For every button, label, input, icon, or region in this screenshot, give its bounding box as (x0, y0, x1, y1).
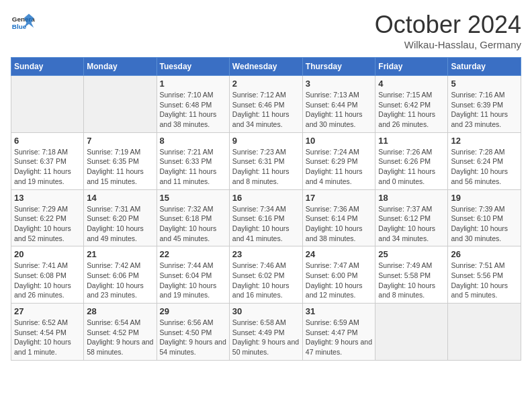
calendar-cell: 2Sunrise: 7:12 AM Sunset: 6:46 PM Daylig… (229, 76, 302, 133)
title-block: October 2024 Wilkau-Hasslau, Germany (375, 11, 521, 50)
day-number: 9 (232, 136, 300, 146)
day-number: 5 (451, 79, 518, 89)
day-info: Sunrise: 7:29 AM Sunset: 6:22 PM Dayligh… (14, 204, 81, 244)
month-title: October 2024 (375, 11, 521, 39)
day-number: 31 (306, 306, 373, 316)
weekday-header-friday: Friday (375, 58, 448, 76)
day-info: Sunrise: 6:59 AM Sunset: 4:47 PM Dayligh… (306, 318, 373, 357)
day-number: 7 (87, 136, 153, 146)
day-number: 25 (378, 249, 445, 259)
calendar-cell: 24Sunrise: 7:47 AM Sunset: 6:00 PM Dayli… (302, 246, 375, 304)
day-number: 18 (378, 193, 445, 203)
day-info: Sunrise: 7:23 AM Sunset: 6:31 PM Dayligh… (232, 147, 300, 187)
calendar-cell: 3Sunrise: 7:13 AM Sunset: 6:44 PM Daylig… (302, 76, 375, 133)
day-number: 24 (306, 249, 373, 259)
calendar-cell: 13Sunrise: 7:29 AM Sunset: 6:22 PM Dayli… (11, 189, 84, 246)
day-info: Sunrise: 7:15 AM Sunset: 6:42 PM Dayligh… (378, 90, 445, 130)
day-number: 23 (232, 249, 300, 259)
weekday-header-saturday: Saturday (448, 58, 521, 76)
calendar-cell: 1Sunrise: 7:10 AM Sunset: 6:48 PM Daylig… (157, 76, 229, 133)
day-info: Sunrise: 7:37 AM Sunset: 6:12 PM Dayligh… (378, 204, 445, 244)
day-info: Sunrise: 7:16 AM Sunset: 6:39 PM Dayligh… (451, 90, 518, 130)
calendar-cell: 12Sunrise: 7:28 AM Sunset: 6:24 PM Dayli… (448, 132, 521, 189)
day-info: Sunrise: 7:21 AM Sunset: 6:33 PM Dayligh… (160, 147, 226, 187)
weekday-header-monday: Monday (84, 58, 157, 76)
calendar-cell: 7Sunrise: 7:19 AM Sunset: 6:35 PM Daylig… (84, 132, 157, 189)
day-number: 6 (14, 136, 81, 146)
day-number: 8 (160, 136, 226, 146)
calendar-cell: 23Sunrise: 7:46 AM Sunset: 6:02 PM Dayli… (229, 246, 302, 304)
calendar-cell: 5Sunrise: 7:16 AM Sunset: 6:39 PM Daylig… (448, 76, 521, 133)
day-number: 3 (306, 79, 373, 89)
calendar-cell: 11Sunrise: 7:26 AM Sunset: 6:26 PM Dayli… (375, 132, 448, 189)
calendar-cell: 8Sunrise: 7:21 AM Sunset: 6:33 PM Daylig… (157, 132, 229, 189)
calendar-cell: 9Sunrise: 7:23 AM Sunset: 6:31 PM Daylig… (229, 132, 302, 189)
calendar-cell: 31Sunrise: 6:59 AM Sunset: 4:47 PM Dayli… (302, 304, 375, 361)
day-number: 12 (451, 136, 518, 146)
day-info: Sunrise: 7:24 AM Sunset: 6:29 PM Dayligh… (306, 147, 373, 187)
day-number: 13 (14, 193, 81, 203)
day-info: Sunrise: 7:39 AM Sunset: 6:10 PM Dayligh… (451, 204, 518, 244)
svg-text:Blue: Blue (12, 23, 27, 30)
day-info: Sunrise: 7:26 AM Sunset: 6:26 PM Dayligh… (378, 147, 445, 187)
calendar-cell (375, 304, 448, 361)
calendar-cell: 21Sunrise: 7:42 AM Sunset: 6:06 PM Dayli… (84, 246, 157, 304)
day-number: 2 (232, 79, 300, 89)
calendar-cell: 25Sunrise: 7:49 AM Sunset: 5:58 PM Dayli… (375, 246, 448, 304)
calendar-cell (448, 304, 521, 361)
day-number: 21 (87, 249, 153, 259)
day-info: Sunrise: 7:10 AM Sunset: 6:48 PM Dayligh… (160, 90, 226, 130)
day-info: Sunrise: 7:46 AM Sunset: 6:02 PM Dayligh… (232, 261, 300, 300)
calendar-cell (84, 76, 157, 133)
calendar-cell: 26Sunrise: 7:51 AM Sunset: 5:56 PM Dayli… (448, 246, 521, 304)
day-info: Sunrise: 7:51 AM Sunset: 5:56 PM Dayligh… (451, 261, 518, 300)
weekday-header-thursday: Thursday (302, 58, 375, 76)
page-header: General Blue October 2024 Wilkau-Hasslau… (11, 11, 521, 50)
calendar-cell: 14Sunrise: 7:31 AM Sunset: 6:20 PM Dayli… (84, 189, 157, 246)
calendar-cell: 30Sunrise: 6:58 AM Sunset: 4:49 PM Dayli… (229, 304, 302, 361)
day-number: 27 (14, 306, 81, 316)
calendar-cell: 4Sunrise: 7:15 AM Sunset: 6:42 PM Daylig… (375, 76, 448, 133)
day-info: Sunrise: 7:32 AM Sunset: 6:18 PM Dayligh… (160, 204, 226, 244)
day-info: Sunrise: 7:34 AM Sunset: 6:16 PM Dayligh… (232, 204, 300, 244)
day-info: Sunrise: 7:19 AM Sunset: 6:35 PM Dayligh… (87, 147, 153, 187)
day-number: 17 (306, 193, 373, 203)
calendar-cell: 28Sunrise: 6:54 AM Sunset: 4:52 PM Dayli… (84, 304, 157, 361)
day-info: Sunrise: 7:42 AM Sunset: 6:06 PM Dayligh… (87, 261, 153, 300)
calendar-cell: 29Sunrise: 6:56 AM Sunset: 4:50 PM Dayli… (157, 304, 229, 361)
calendar-cell: 19Sunrise: 7:39 AM Sunset: 6:10 PM Dayli… (448, 189, 521, 246)
calendar-cell: 6Sunrise: 7:18 AM Sunset: 6:37 PM Daylig… (11, 132, 84, 189)
day-info: Sunrise: 7:44 AM Sunset: 6:04 PM Dayligh… (160, 261, 226, 300)
day-number: 11 (378, 136, 445, 146)
weekday-header-sunday: Sunday (11, 58, 84, 76)
calendar-cell: 17Sunrise: 7:36 AM Sunset: 6:14 PM Dayli… (302, 189, 375, 246)
calendar-cell: 16Sunrise: 7:34 AM Sunset: 6:16 PM Dayli… (229, 189, 302, 246)
calendar-cell: 10Sunrise: 7:24 AM Sunset: 6:29 PM Dayli… (302, 132, 375, 189)
day-info: Sunrise: 7:18 AM Sunset: 6:37 PM Dayligh… (14, 147, 81, 187)
day-info: Sunrise: 7:36 AM Sunset: 6:14 PM Dayligh… (306, 204, 373, 244)
day-info: Sunrise: 7:31 AM Sunset: 6:20 PM Dayligh… (87, 204, 153, 244)
day-info: Sunrise: 7:49 AM Sunset: 5:58 PM Dayligh… (378, 261, 445, 300)
calendar-cell: 20Sunrise: 7:41 AM Sunset: 6:08 PM Dayli… (11, 246, 84, 304)
day-number: 10 (306, 136, 373, 146)
day-info: Sunrise: 6:56 AM Sunset: 4:50 PM Dayligh… (160, 318, 226, 357)
location: Wilkau-Hasslau, Germany (375, 39, 521, 50)
weekday-header-wednesday: Wednesday (229, 58, 302, 76)
day-info: Sunrise: 6:58 AM Sunset: 4:49 PM Dayligh… (232, 318, 300, 357)
day-info: Sunrise: 7:41 AM Sunset: 6:08 PM Dayligh… (14, 261, 81, 300)
calendar-cell: 18Sunrise: 7:37 AM Sunset: 6:12 PM Dayli… (375, 189, 448, 246)
day-number: 28 (87, 306, 153, 316)
day-number: 19 (451, 193, 518, 203)
day-number: 26 (451, 249, 518, 259)
calendar-cell: 22Sunrise: 7:44 AM Sunset: 6:04 PM Dayli… (157, 246, 229, 304)
day-info: Sunrise: 7:12 AM Sunset: 6:46 PM Dayligh… (232, 90, 300, 130)
day-number: 20 (14, 249, 81, 259)
calendar-cell: 15Sunrise: 7:32 AM Sunset: 6:18 PM Dayli… (157, 189, 229, 246)
day-info: Sunrise: 7:13 AM Sunset: 6:44 PM Dayligh… (306, 90, 373, 130)
day-number: 16 (232, 193, 300, 203)
day-number: 4 (378, 79, 445, 89)
logo-icon: General Blue (11, 11, 35, 35)
weekday-header-tuesday: Tuesday (157, 58, 229, 76)
day-number: 15 (160, 193, 226, 203)
calendar-cell: 27Sunrise: 6:52 AM Sunset: 4:54 PM Dayli… (11, 304, 84, 361)
